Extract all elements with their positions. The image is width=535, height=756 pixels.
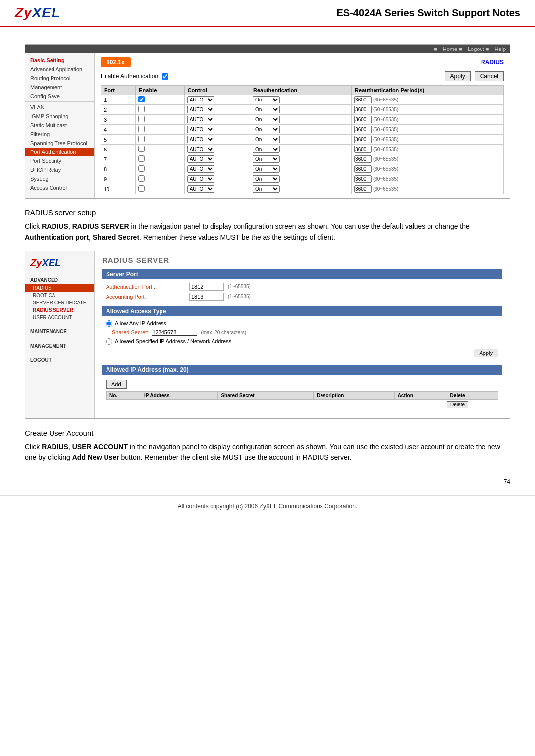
sidebar-item-igmp[interactable]: IGMP Snooping [25, 112, 94, 121]
port-1-reauth[interactable]: On [253, 96, 280, 103]
allow-specified-ip-label: Allowed Specified IP Address / Network A… [115, 338, 231, 344]
port-10-enable[interactable] [138, 185, 145, 192]
scr2-nav-logout[interactable]: LOGOUT [25, 356, 94, 364]
scr2-nav-user-account[interactable]: USER ACCOUNT [25, 314, 94, 321]
port-3-reauth[interactable]: On [253, 116, 280, 123]
sidebar-item-port-auth[interactable]: Port Authentication [25, 148, 94, 156]
sidebar-item-static-multicast[interactable]: Static Multicast [25, 121, 94, 130]
ip-table: No. IP Address Shared Secret Description… [106, 391, 498, 408]
scr2-main: RADIUS SERVER Server Port Authentication… [95, 251, 510, 418]
port-8-reauth[interactable]: On [253, 165, 280, 173]
sidebar-item-advanced[interactable]: Advanced Application [25, 65, 94, 74]
allow-specified-ip-radio[interactable] [106, 338, 112, 345]
port-4-control[interactable]: AUTO [187, 126, 214, 133]
zyxel-logo: ZyXEL [15, 5, 60, 21]
port-4-enable[interactable] [138, 126, 145, 132]
port-6-reauth[interactable]: On [253, 146, 280, 153]
logout-link[interactable]: Logout [468, 46, 484, 52]
home-link[interactable]: Home [443, 46, 457, 52]
server-port-heading: Server Port [102, 269, 502, 279]
port-3-control[interactable]: AUTO [187, 116, 214, 123]
shared-secret-input[interactable] [152, 329, 197, 336]
port-8-control[interactable]: AUTO [187, 165, 214, 173]
acct-port-input[interactable] [189, 293, 224, 301]
port-2-reauth[interactable]: On [253, 106, 280, 113]
col-control: Control [184, 86, 250, 95]
sidebar-item-dhcp-relay[interactable]: DHCP Relay [25, 165, 94, 174]
port-6-control[interactable]: AUTO [187, 146, 214, 153]
ip-col-address: IP Address [141, 391, 217, 399]
sidebar-item-stp[interactable]: Spanning Tree Protocol [25, 139, 94, 148]
port-9-enable[interactable] [138, 175, 145, 182]
shared-secret-hint: (max. 20 characters) [201, 330, 246, 335]
shared-secret-bold: Shared Secret [93, 233, 139, 241]
page-title: ES-4024A Series Switch Support Notes [60, 7, 520, 19]
ip-col-no: No. [107, 391, 141, 399]
scr2-nav-radius-server[interactable]: RADIUS SERVER [25, 306, 94, 314]
port-4-reauth[interactable]: On [253, 126, 280, 133]
help-link[interactable]: Help [494, 46, 506, 52]
auth-port-bold: Authentication port [25, 233, 89, 241]
sidebar-item-vlan[interactable]: VLAN [25, 103, 94, 112]
port-4-period[interactable] [354, 126, 372, 133]
apply-button[interactable]: Apply [445, 71, 471, 81]
scr1-main: 802.1x RADIUS Enable Authentication Appl… [95, 53, 510, 198]
sidebar-item-management[interactable]: Management [25, 83, 94, 92]
port-1-enable[interactable] [138, 96, 145, 102]
table-row: 5 AUTO On (60~65535) [101, 135, 504, 145]
auth-port-input[interactable] [189, 283, 224, 291]
radius-link[interactable]: RADIUS [481, 59, 504, 66]
enable-auth-checkbox[interactable] [162, 73, 168, 80]
scr2-nav-root-ca[interactable]: ROOT CA [25, 292, 94, 299]
port-10-reauth[interactable]: On [253, 185, 280, 193]
access-type-section: Allowed Access Type Allow Any IP Address… [102, 306, 502, 360]
port-1-period[interactable] [354, 96, 372, 103]
port-2-control[interactable]: AUTO [187, 106, 214, 113]
sidebar-item-syslog[interactable]: SysLog [25, 174, 94, 183]
port-5-reauth[interactable]: On [253, 136, 280, 143]
port-3-enable[interactable] [138, 116, 145, 122]
allowed-ip-section: Allowed IP Address (max. 20) Add No. IP … [102, 365, 502, 408]
port-5-enable[interactable] [138, 136, 145, 142]
802-1x-tab[interactable]: 802.1x [101, 57, 131, 67]
scr2-nav-radius[interactable]: RADIUS [25, 284, 94, 292]
port-9-period[interactable] [354, 175, 372, 183]
port-3-period[interactable] [354, 116, 372, 123]
port-8-enable[interactable] [138, 165, 145, 172]
sidebar-item-access-control[interactable]: Access Control [25, 183, 94, 192]
port-10-control[interactable]: AUTO [187, 185, 214, 193]
tab-header: 802.1x RADIUS [101, 57, 504, 67]
sidebar-item-port-security[interactable]: Port Security [25, 156, 94, 165]
doc-body: ■ Home ■ Logout ■ Help Basic Setting Adv… [0, 27, 535, 478]
apply-button-2[interactable]: Apply [474, 349, 498, 357]
radius-server-setup-para: Click RADIUS, RADIUS SERVER in the navig… [25, 221, 510, 243]
screenshot-2: ZyXEL ADVANCED RADIUS ROOT CA SERVER CER… [25, 251, 510, 419]
port-9-reauth[interactable]: On [253, 175, 280, 183]
port-7-control[interactable]: AUTO [187, 155, 214, 163]
add-button[interactable]: Add [106, 380, 127, 389]
sidebar-item-filtering[interactable]: Filtering [25, 130, 94, 139]
sidebar-item-basic-setting[interactable]: Basic Setting [25, 56, 94, 65]
acct-port-label: Accounting Port : [106, 294, 185, 300]
allow-any-ip-row: Allow Any IP Address [102, 319, 502, 328]
port-2-enable[interactable] [138, 106, 145, 112]
port-5-control[interactable]: AUTO [187, 136, 214, 143]
port-6-period[interactable] [354, 146, 372, 153]
port-7-reauth[interactable]: On [253, 155, 280, 163]
sidebar-item-config-save[interactable]: Config Save [25, 92, 94, 101]
allow-any-ip-radio[interactable] [106, 320, 112, 327]
cancel-button[interactable]: Cancel [475, 71, 504, 81]
port-7-period[interactable] [354, 155, 372, 163]
port-8-period[interactable] [354, 165, 372, 173]
port-9-control[interactable]: AUTO [187, 175, 214, 183]
port-6-enable[interactable] [138, 146, 145, 152]
port-2-period[interactable] [354, 106, 372, 113]
ip-col-delete: Delete [447, 391, 498, 399]
port-7-enable[interactable] [138, 155, 145, 162]
delete-button[interactable]: Delete [447, 401, 468, 408]
port-5-period[interactable] [354, 136, 372, 143]
port-1-control[interactable]: AUTO [187, 96, 214, 103]
port-10-period[interactable] [354, 185, 372, 193]
sidebar-item-routing[interactable]: Routing Protocol [25, 74, 94, 83]
scr2-nav-server-cert[interactable]: SERVER CERTIFICATE [25, 299, 94, 306]
